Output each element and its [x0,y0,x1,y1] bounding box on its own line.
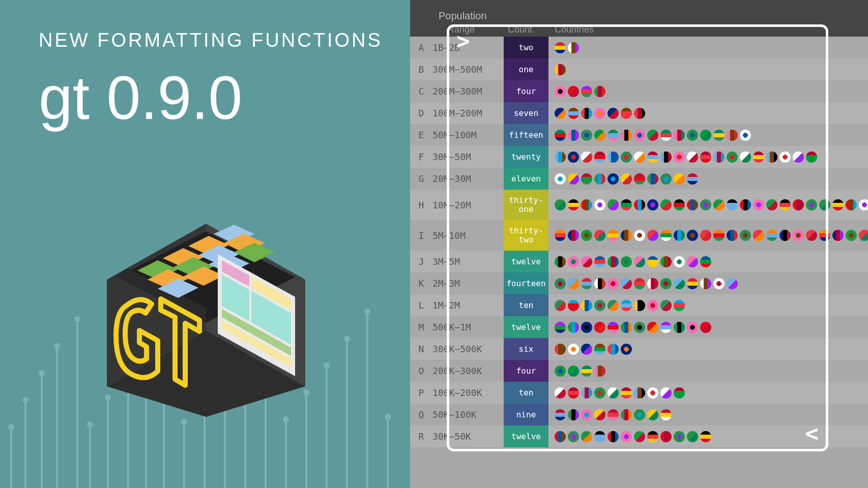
row-range: 50M–100M [432,130,504,140]
flag-icon [555,86,566,97]
flag-icon [727,278,738,289]
row-range: 200K–300K [432,365,504,376]
row-flags [548,365,868,377]
flag-icon [727,130,738,141]
flag-icon [713,151,725,163]
flag-icon [581,300,592,311]
flag-icon [581,86,592,97]
table-row: M500K–1Mtwelve [410,316,868,338]
flag-icon [634,151,645,163]
row-flags [548,256,868,267]
flag-icon [740,230,751,241]
flag-icon [634,256,645,267]
flag-icon [660,300,672,311]
flag-icon [555,256,566,267]
row-flags [548,108,868,119]
flag-icon [581,230,592,241]
flag-icon [687,199,698,210]
row-flags [548,199,868,210]
flag-icon [621,300,632,311]
flag-icon [634,322,645,333]
flag-icon [594,431,605,442]
flag-icon [634,409,645,420]
flag-icon [594,130,605,141]
flag-icon [594,409,605,420]
flag-icon [660,387,672,399]
row-count: fifteen [504,124,548,146]
flag-icon [594,256,605,267]
flag-icon [581,387,592,399]
flag-icon [581,431,592,442]
flag-icon [687,256,698,267]
row-flags [548,173,868,185]
flag-icon [555,42,566,53]
flag-icon [555,173,566,185]
flag-icon [607,278,619,289]
row-index: P [410,387,432,398]
flag-icon [660,199,672,210]
row-flags [548,64,868,75]
flag-icon [621,322,632,333]
table-row: B300M–500Mone [410,58,868,80]
flag-icon [674,256,685,267]
table-header: Population Range Count Countries [410,0,868,37]
flag-icon [634,387,645,399]
flag-icon [568,151,579,163]
flag-icon [727,151,738,163]
row-count: ten [504,294,548,316]
flag-icon [581,256,592,267]
row-index: D [410,108,432,118]
flag-icon [555,108,566,119]
row-flags [548,322,868,333]
row-index: A [410,42,432,53]
flag-icon [555,130,566,141]
flag-icon [555,431,566,442]
table-row: N300K–500Ksix [410,338,868,360]
flag-icon [660,130,672,141]
flag-icon [806,151,817,163]
flag-icon [674,431,685,442]
flag-icon [607,344,619,355]
flag-icon [727,230,738,241]
table-row: K2M–3Mfourteen [410,272,868,294]
flag-icon [859,199,868,210]
row-count: twenty [504,146,548,168]
flag-icon [621,256,632,267]
flag-icon [660,230,672,241]
table-body: A1B–2BtwoB300M–500MoneC200M–300MfourD100… [410,37,868,488]
flag-icon [674,130,685,141]
flag-icon [568,344,579,355]
flag-icon [581,130,592,141]
row-range: 300M–500M [432,64,504,75]
flag-icon [555,64,566,75]
row-index: K [410,278,432,289]
row-flags [548,431,868,442]
flag-icon [555,300,566,311]
flag-icon [568,173,579,185]
flag-icon [634,278,645,289]
row-flags [548,130,868,141]
row-flags [548,230,868,241]
flag-icon [674,300,685,311]
flag-icon [621,108,632,119]
row-index: E [410,130,432,140]
flag-icon [621,173,632,185]
flag-icon [819,230,830,241]
row-flags [548,409,868,420]
flag-icon [594,278,605,289]
flag-icon [846,230,857,241]
flag-icon [568,322,579,333]
flag-icon [594,108,605,119]
row-index: R [410,431,432,442]
flag-icon [634,300,645,311]
flag-icon [793,151,804,163]
flag-icon [581,344,592,355]
table-row: H10M–20Mthirty-one [410,190,868,220]
flag-icon [607,108,619,119]
flag-icon [779,199,791,210]
row-count: nine [504,404,548,425]
row-count: eleven [504,168,548,190]
flag-icon [621,130,632,141]
flag-icon [594,86,605,97]
flag-icon [594,173,605,185]
